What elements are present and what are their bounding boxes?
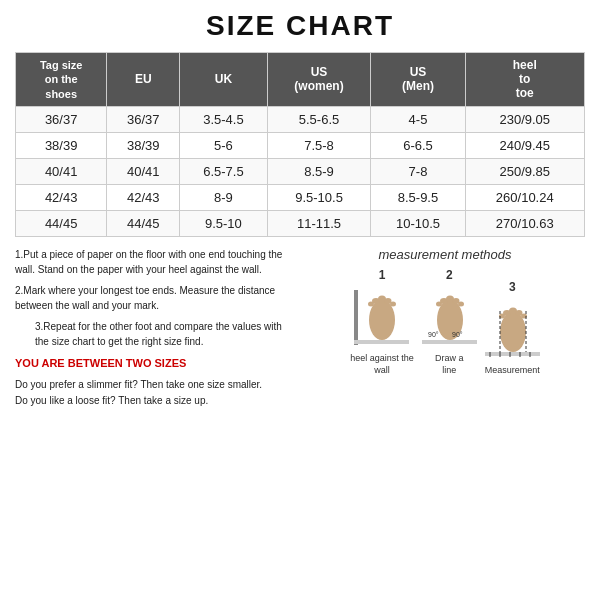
col-header-us-women: US(women) bbox=[267, 53, 371, 107]
instruction-3: 3.Repeat for the other foot and compare … bbox=[15, 319, 295, 349]
svg-rect-0 bbox=[354, 290, 358, 345]
svg-point-6 bbox=[390, 301, 396, 306]
table-cell-r4-c4: 10-10.5 bbox=[371, 210, 465, 236]
svg-rect-1 bbox=[354, 340, 409, 344]
col-header-tag: Tag sizeon theshoes bbox=[16, 53, 107, 107]
svg-point-13 bbox=[458, 301, 464, 306]
page-title: SIZE CHART bbox=[15, 10, 585, 42]
table-cell-r4-c0: 44/45 bbox=[16, 210, 107, 236]
svg-rect-8 bbox=[422, 340, 477, 344]
table-cell-r4-c5: 270/10.63 bbox=[465, 210, 584, 236]
table-cell-r2-c5: 250/9.85 bbox=[465, 158, 584, 184]
table-cell-r0-c1: 36/37 bbox=[107, 106, 180, 132]
instruction-1: 1.Put a piece of paper on the floor with… bbox=[15, 247, 295, 277]
svg-point-7 bbox=[368, 301, 374, 306]
measurement-section: measurement methods 1 bbox=[305, 247, 585, 410]
size-chart-table: Tag sizeon theshoes EU UK US(women) US(M… bbox=[15, 52, 585, 237]
table-cell-r3-c2: 8-9 bbox=[180, 184, 267, 210]
measurement-images: 1 heel again bbox=[305, 268, 585, 376]
table-cell-r3-c5: 260/10.24 bbox=[465, 184, 584, 210]
instructions-section: 1.Put a piece of paper on the floor with… bbox=[15, 247, 295, 410]
table-cell-r1-c1: 38/39 bbox=[107, 132, 180, 158]
table-cell-r4-c1: 44/45 bbox=[107, 210, 180, 236]
table-cell-r3-c4: 8.5-9.5 bbox=[371, 184, 465, 210]
col-header-eu: EU bbox=[107, 53, 180, 107]
measurement-item-3: 3 bbox=[485, 280, 540, 377]
col-header-uk: UK bbox=[180, 53, 267, 107]
table-cell-r1-c3: 7.5-8 bbox=[267, 132, 371, 158]
table-row: 38/3938/395-67.5-86-6.5240/9.45 bbox=[16, 132, 585, 158]
fit-note-2: Do you like a loose fit? Then take a siz… bbox=[15, 393, 295, 409]
measurement-item-2: 2 90° 90° Draw bbox=[422, 268, 477, 376]
table-cell-r0-c5: 230/9.05 bbox=[465, 106, 584, 132]
table-cell-r2-c2: 6.5-7.5 bbox=[180, 158, 267, 184]
table-row: 42/4342/438-99.5-10.58.5-9.5260/10.24 bbox=[16, 184, 585, 210]
svg-text:90°: 90° bbox=[452, 331, 463, 338]
meas-num-2: 2 bbox=[422, 268, 477, 282]
table-cell-r3-c0: 42/43 bbox=[16, 184, 107, 210]
meas-num-1: 1 bbox=[350, 268, 414, 282]
table-cell-r2-c0: 40/41 bbox=[16, 158, 107, 184]
col-header-heel-toe: heeltotoe bbox=[465, 53, 584, 107]
table-cell-r3-c3: 9.5-10.5 bbox=[267, 184, 371, 210]
table-cell-r0-c2: 3.5-4.5 bbox=[180, 106, 267, 132]
between-sizes-label: YOU ARE BETWEEN TWO SIZES bbox=[15, 355, 295, 372]
meas-label-2: Draw aline bbox=[422, 353, 477, 376]
table-cell-r0-c0: 36/37 bbox=[16, 106, 107, 132]
table-row: 40/4140/416.5-7.58.5-97-8250/9.85 bbox=[16, 158, 585, 184]
measurement-item-1: 1 heel again bbox=[350, 268, 414, 376]
table-cell-r4-c3: 11-11.5 bbox=[267, 210, 371, 236]
table-cell-r2-c1: 40/41 bbox=[107, 158, 180, 184]
table-cell-r2-c3: 8.5-9 bbox=[267, 158, 371, 184]
instruction-2: 2.Mark where your longest toe ends. Meas… bbox=[15, 283, 295, 313]
col-header-us-men: US(Men) bbox=[371, 53, 465, 107]
svg-text:90°: 90° bbox=[428, 331, 439, 338]
table-row: 44/4544/459.5-1011-11.510-10.5270/10.63 bbox=[16, 210, 585, 236]
meas-label-1: heel against thewall bbox=[350, 353, 414, 376]
table-cell-r1-c4: 6-6.5 bbox=[371, 132, 465, 158]
table-cell-r1-c0: 38/39 bbox=[16, 132, 107, 158]
table-row: 36/3736/373.5-4.55.5-6.54-5230/9.05 bbox=[16, 106, 585, 132]
svg-rect-17 bbox=[485, 352, 540, 356]
svg-point-14 bbox=[436, 301, 442, 306]
svg-point-2 bbox=[369, 300, 395, 340]
table-cell-r0-c4: 4-5 bbox=[371, 106, 465, 132]
fit-notes: Do you prefer a slimmer fit? Then take o… bbox=[15, 377, 295, 409]
table-cell-r2-c4: 7-8 bbox=[371, 158, 465, 184]
table-cell-r1-c2: 5-6 bbox=[180, 132, 267, 158]
fit-note-1: Do you prefer a slimmer fit? Then take o… bbox=[15, 377, 295, 393]
meas-label-3: Measurement bbox=[485, 365, 540, 377]
table-cell-r0-c3: 5.5-6.5 bbox=[267, 106, 371, 132]
meas-num-3: 3 bbox=[485, 280, 540, 294]
measurement-title: measurement methods bbox=[305, 247, 585, 262]
svg-point-23 bbox=[500, 312, 526, 352]
table-cell-r3-c1: 42/43 bbox=[107, 184, 180, 210]
table-cell-r4-c2: 9.5-10 bbox=[180, 210, 267, 236]
table-cell-r1-c5: 240/9.45 bbox=[465, 132, 584, 158]
